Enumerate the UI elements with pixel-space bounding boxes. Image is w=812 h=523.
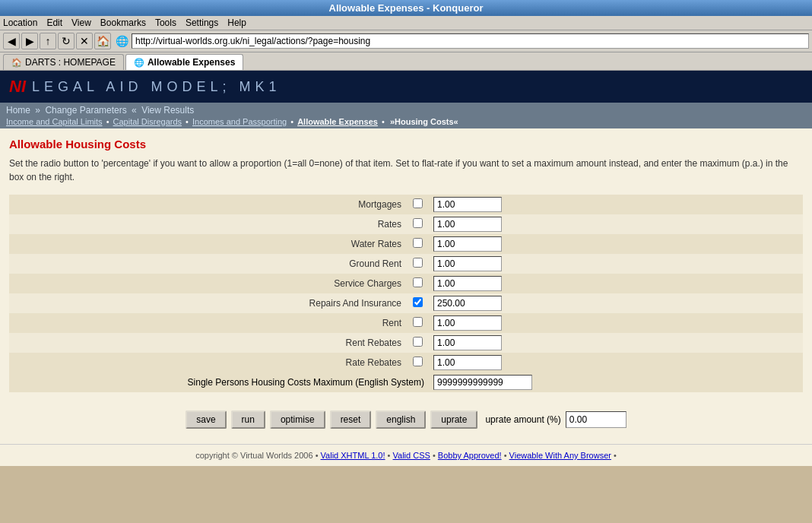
optimise-button[interactable]: optimise	[270, 410, 325, 429]
table-row: Rent	[9, 313, 803, 333]
breadcrumb-housing-costs: »Housing Costs«	[390, 117, 458, 126]
checkbox-water-rates[interactable]	[413, 238, 423, 248]
banner-title: LEGAL AID MODEL; MK1	[32, 79, 281, 95]
input-rates-cell	[429, 214, 774, 234]
breadcrumb-view-results[interactable]: View Results	[141, 105, 194, 116]
checkbox-water-rates-cell	[406, 234, 429, 254]
breadcrumb-incomes[interactable]: Incomes and Passporting	[192, 117, 287, 126]
label-rent: Rent	[9, 313, 406, 333]
address-bar: 🌐	[116, 33, 809, 49]
label-ground-rent: Ground Rent	[9, 254, 406, 274]
input-water-rates[interactable]	[433, 236, 502, 252]
label-water-rates: Water Rates	[9, 234, 406, 254]
save-button[interactable]: save	[186, 410, 226, 429]
table-row: Ground Rent	[9, 254, 803, 274]
footer-link-bobby[interactable]: Bobby Approved!	[438, 451, 502, 460]
breadcrumb-nav: Income and Capital Limits • Capital Disr…	[6, 117, 806, 126]
checkbox-rates-cell	[406, 214, 429, 234]
banner-logo: NI	[9, 77, 26, 97]
table-row: Service Charges	[9, 274, 803, 293]
forward-button[interactable]: ▶	[21, 33, 38, 49]
table-row: Mortgages	[9, 195, 803, 214]
tab-darts-homepage[interactable]: 🏠 DARTS : HOMEPAGE	[3, 54, 124, 70]
footer-sep4: •	[614, 451, 617, 460]
sep-nav2: •	[186, 117, 189, 126]
input-rates[interactable]	[433, 217, 502, 232]
checkbox-rate-rebates[interactable]	[413, 357, 423, 366]
menu-help[interactable]: Help	[227, 17, 246, 28]
menu-tools[interactable]: Tools	[155, 17, 176, 28]
footer-link-viewable[interactable]: Viewable With Any Browser	[509, 451, 611, 460]
english-button[interactable]: english	[376, 410, 426, 429]
checkbox-repairs-insurance[interactable]	[413, 297, 423, 307]
menu-settings[interactable]: Settings	[186, 17, 218, 28]
title-bar: Allowable Expenses - Konqueror	[0, 0, 812, 16]
input-service-charges[interactable]	[433, 276, 502, 291]
menu-edit[interactable]: Edit	[46, 17, 62, 28]
table-row: Rent Rebates	[9, 333, 803, 353]
main-content: Allowable Housing Costs Set the radio bu…	[0, 128, 812, 444]
checkbox-mortgages[interactable]	[413, 198, 423, 208]
breadcrumb-capital[interactable]: Capital Disregards	[113, 117, 182, 126]
breadcrumb-income[interactable]: Income and Capital Limits	[6, 117, 103, 126]
table-row: Rates	[9, 214, 803, 234]
toolbar: ◀ ▶ ↑ ↻ ✕ 🏠 🌐	[0, 30, 812, 52]
input-rent[interactable]	[433, 315, 502, 331]
uprate-amount-input[interactable]	[566, 411, 626, 428]
input-mortgages[interactable]	[433, 197, 502, 212]
checkbox-repairs-insurance-cell	[406, 293, 429, 313]
breadcrumb-change-parameters[interactable]: Change Parameters	[45, 105, 126, 116]
menu-bookmarks[interactable]: Bookmarks	[100, 17, 146, 28]
table-row: Rate Rebates	[9, 353, 803, 372]
checkbox-ground-rent[interactable]	[413, 258, 423, 268]
breadcrumb-area: Home » Change Parameters « View Results …	[0, 103, 812, 128]
single-persons-label: Single Persons Housing Costs Maximum (En…	[9, 372, 429, 392]
tab-favicon-expenses: 🌐	[134, 58, 144, 68]
footer-copyright: copyright © Virtual Worlds 2006 •	[195, 451, 320, 460]
input-rate-rebates[interactable]	[433, 355, 502, 370]
address-input[interactable]	[132, 33, 809, 49]
checkbox-rent[interactable]	[413, 317, 423, 327]
checkbox-rent-rebates[interactable]	[413, 337, 423, 347]
menu-view[interactable]: View	[71, 17, 91, 28]
label-service-charges: Service Charges	[9, 274, 406, 293]
input-repairs-insurance[interactable]	[433, 296, 502, 311]
sep-nav1: •	[106, 117, 109, 126]
expense-table: Mortgages Rates Water Rates	[9, 195, 803, 392]
back-button[interactable]: ◀	[3, 33, 20, 49]
buttons-row: save run optimise reset english uprate u…	[9, 404, 803, 435]
input-rent-cell	[429, 313, 774, 333]
checkbox-service-charges[interactable]	[413, 277, 423, 287]
input-mortgages-cell	[429, 195, 774, 214]
label-rate-rebates: Rate Rebates	[9, 353, 406, 372]
sep-nav3: •	[290, 117, 293, 126]
stop-button[interactable]: ✕	[76, 33, 93, 49]
uprate-label: uprate amount (%)	[485, 414, 560, 425]
uprate-button[interactable]: uprate	[430, 410, 477, 429]
table-row: Repairs And Insurance	[9, 293, 803, 313]
menu-location[interactable]: Location	[3, 17, 37, 28]
footer-sep1: •	[388, 451, 393, 460]
breadcrumb-allowable[interactable]: Allowable Expenses	[297, 117, 378, 126]
checkbox-service-charges-cell	[406, 274, 429, 293]
up-button[interactable]: ↑	[40, 33, 56, 49]
footer-link-css[interactable]: Valid CSS	[393, 451, 430, 460]
page-heading: Allowable Housing Costs	[9, 138, 803, 151]
run-button[interactable]: run	[231, 410, 265, 429]
home-button[interactable]: 🏠	[94, 33, 111, 49]
table-row: Water Rates	[9, 234, 803, 254]
input-rent-rebates[interactable]	[433, 335, 502, 350]
footer: copyright © Virtual Worlds 2006 • Valid …	[0, 444, 812, 466]
reload-button[interactable]: ↻	[58, 33, 75, 49]
tab-label-expenses: Allowable Expenses	[147, 57, 235, 68]
breadcrumb-home[interactable]: Home	[6, 105, 30, 116]
single-persons-input[interactable]	[433, 375, 532, 390]
reset-button[interactable]: reset	[330, 410, 372, 429]
address-icon: 🌐	[116, 35, 128, 47]
footer-link-xhtml[interactable]: Valid XHTML 1.0!	[321, 451, 385, 460]
checkbox-rates[interactable]	[413, 218, 423, 228]
input-ground-rent[interactable]	[433, 256, 502, 271]
input-service-charges-cell	[429, 274, 774, 293]
checkbox-mortgages-cell	[406, 195, 429, 214]
tab-allowable-expenses[interactable]: 🌐 Allowable Expenses	[125, 54, 243, 70]
